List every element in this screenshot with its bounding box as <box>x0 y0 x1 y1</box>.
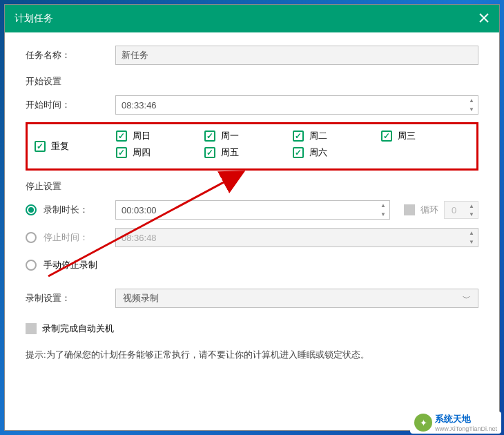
task-name-input[interactable] <box>115 46 478 65</box>
start-settings-label: 开始设置 <box>26 75 478 88</box>
hint-text: 提示:为了确保您的计划任务能够正常执行，请不要让你的计算机进入睡眠或锁定状态。 <box>26 349 478 361</box>
chevron-down-icon[interactable]: ▼ <box>465 105 478 114</box>
day-tue-checkbox[interactable] <box>293 130 304 142</box>
day-label: 周日 <box>133 130 151 142</box>
chevron-down-icon[interactable]: ▼ <box>377 210 389 219</box>
stop-time-input <box>115 228 478 247</box>
repeat-label: 重复 <box>51 140 69 153</box>
dialog-content: 任务名称： 开始设置 开始时间： ▲ ▼ 重复 周日 <box>5 32 499 368</box>
chevron-down-icon: ▼ <box>465 210 478 218</box>
day-thu-checkbox[interactable] <box>116 147 127 158</box>
chevron-up-icon[interactable]: ▲ <box>377 201 389 210</box>
day-mon-checkbox[interactable] <box>204 130 215 142</box>
day-fri-checkbox[interactable] <box>204 147 215 158</box>
day-wed-checkbox[interactable] <box>381 130 392 142</box>
titlebar: 计划任务 <box>5 5 499 32</box>
record-mode-dropdown[interactable]: 视频录制 ﹀ <box>115 289 478 308</box>
shutdown-label: 录制完成自动关机 <box>42 322 114 335</box>
chevron-down-icon: ﹀ <box>463 293 471 304</box>
duration-radio[interactable] <box>26 204 37 215</box>
start-time-input[interactable] <box>115 95 478 115</box>
task-name-label: 任务名称： <box>26 49 115 61</box>
duration-label: 录制时长： <box>43 204 115 216</box>
chevron-up-icon[interactable]: ▲ <box>465 96 478 105</box>
stop-time-radio[interactable] <box>26 232 37 243</box>
day-sun-checkbox[interactable] <box>116 130 127 142</box>
stop-time-label: 停止时间： <box>43 231 115 244</box>
chevron-up-icon: ▲ <box>465 229 478 238</box>
day-label: 周六 <box>309 146 327 159</box>
day-label: 周一 <box>221 130 239 142</box>
day-label: 周二 <box>309 130 327 142</box>
loop-checkbox[interactable] <box>404 204 415 215</box>
day-label: 周三 <box>398 130 416 142</box>
day-label: 周四 <box>133 146 151 159</box>
stop-settings-label: 停止设置 <box>26 180 478 193</box>
loop-count-input: 0 ▲ ▼ <box>444 201 478 219</box>
watermark-brand: 系统天地 <box>435 414 471 424</box>
manual-stop-label: 手动停止录制 <box>43 259 97 271</box>
record-settings-label: 录制设置： <box>26 292 115 304</box>
scheduled-task-dialog: 计划任务 任务名称： 开始设置 开始时间： ▲ ▼ 重 <box>4 4 500 431</box>
watermark-url: www.XiTongTianDi.net <box>435 425 497 432</box>
day-sat-checkbox[interactable] <box>293 147 304 158</box>
start-time-label: 开始时间： <box>26 99 115 111</box>
watermark: ✦ 系统天地 www.XiTongTianDi.net <box>410 412 501 434</box>
duration-input[interactable] <box>115 200 390 220</box>
shutdown-checkbox[interactable] <box>26 323 37 334</box>
close-icon[interactable] <box>478 12 490 26</box>
dialog-title: 计划任务 <box>14 12 53 25</box>
manual-stop-radio[interactable] <box>26 260 37 271</box>
dropdown-value: 视频录制 <box>123 292 159 304</box>
globe-icon: ✦ <box>414 414 432 432</box>
repeat-checkbox[interactable] <box>35 141 46 152</box>
chevron-down-icon: ▼ <box>465 238 478 246</box>
chevron-up-icon: ▲ <box>465 202 478 210</box>
day-label: 周五 <box>221 146 239 159</box>
repeat-highlight-box: 重复 周日 周一 周二 周三 周四 周五 周六 <box>26 122 478 171</box>
loop-label: 循环 <box>420 204 438 216</box>
